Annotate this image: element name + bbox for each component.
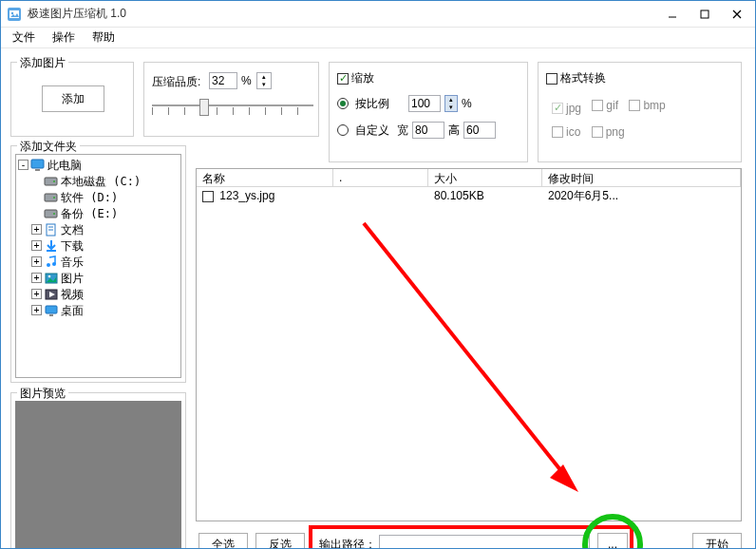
select-all-button[interactable]: 全选 (198, 533, 248, 549)
scale-group: 缩放 按比例 ▴▾ % 自定义 宽 高 (329, 62, 528, 162)
minimize-button[interactable] (656, 4, 689, 25)
output-path-input[interactable] (379, 535, 590, 549)
tree-root-label[interactable]: 此电脑 (47, 158, 82, 173)
file-list[interactable]: 名称 . 大小 修改时间 123_ys.jpg80.105KB2020年6月5.… (196, 168, 742, 521)
preview-group: 图片预览 (10, 392, 186, 549)
svg-rect-7 (31, 160, 44, 168)
scale-label: 缩放 (351, 70, 374, 86)
col-dot[interactable]: . (333, 169, 428, 186)
start-button[interactable]: 开始 (692, 533, 742, 549)
fmt-png-label: png (606, 125, 625, 139)
fmt-ico-label: ico (566, 125, 580, 139)
spin-down-icon[interactable]: ▾ (257, 81, 271, 88)
invert-selection-button[interactable]: 反选 (255, 533, 305, 549)
fmt-png-checkbox (592, 126, 603, 138)
scale-ratio-radio[interactable] (337, 98, 349, 109)
col-name[interactable]: 名称 (197, 169, 333, 186)
music-icon (44, 256, 59, 269)
scale-width-input[interactable] (412, 122, 444, 139)
svg-point-20 (52, 262, 56, 266)
tree-item-label: 视频 (61, 287, 84, 302)
tree-item[interactable]: 软件 (D:) (18, 189, 180, 205)
quality-slider-thumb[interactable] (199, 99, 209, 116)
quality-group: 压缩品质: % ▴▾ (143, 62, 319, 137)
scale-ratio-input[interactable] (408, 95, 441, 112)
fmt-ico-checkbox (552, 126, 563, 138)
scale-checkbox[interactable] (337, 73, 349, 85)
svg-rect-13 (45, 210, 57, 218)
window-title: 极速图片压缩机 1.0 (28, 6, 656, 22)
maximize-button[interactable] (689, 4, 721, 25)
folder-tree-group: 添加文件夹 - 此电脑 本地磁盘 (C:)软件 (D:)备份 (E:)+文档+下… (10, 145, 186, 383)
add-image-group: 添加图片 添加 (10, 62, 134, 137)
tree-item[interactable]: +桌面 (18, 302, 180, 318)
file-row[interactable]: 123_ys.jpg80.105KB2020年6月5... (197, 187, 741, 204)
quality-percent: % (241, 74, 252, 87)
svg-point-10 (53, 180, 55, 182)
file-row-checkbox[interactable] (202, 191, 214, 202)
menubar: 文件 操作 帮助 (1, 28, 755, 48)
tree-item[interactable]: +视频 (18, 286, 180, 302)
preview-legend: 图片预览 (17, 386, 68, 402)
tree-item[interactable]: +音乐 (18, 254, 180, 270)
tree-expander[interactable]: + (31, 224, 42, 235)
app-icon (7, 7, 22, 22)
format-label: 格式转换 (560, 70, 606, 86)
quality-spinner[interactable]: ▴▾ (256, 72, 272, 89)
svg-rect-4 (701, 10, 709, 18)
browse-button[interactable]: ... (597, 533, 628, 549)
tree-item[interactable]: 备份 (E:) (18, 205, 180, 221)
svg-rect-11 (45, 194, 57, 201)
tree-expander[interactable]: + (31, 289, 42, 299)
tree-expander[interactable]: + (31, 273, 42, 283)
tree-expander[interactable]: + (31, 256, 42, 267)
quality-label: 压缩品质: (152, 74, 200, 90)
tree-item[interactable]: 本地磁盘 (C:) (18, 173, 180, 189)
folder-tree[interactable]: - 此电脑 本地磁盘 (C:)软件 (D:)备份 (E:)+文档+下载+音乐+图… (15, 154, 181, 378)
tree-expander[interactable]: - (18, 160, 28, 170)
download-icon (44, 239, 59, 253)
tree-expander[interactable]: + (31, 305, 42, 315)
drive-icon (44, 175, 59, 188)
svg-point-14 (53, 213, 55, 215)
tree-expander (31, 192, 42, 202)
tree-item[interactable]: +下载 (18, 237, 180, 254)
tree-item-label: 本地磁盘 (C:) (61, 174, 141, 189)
spin-up-icon[interactable]: ▴ (257, 73, 271, 81)
format-group: 格式转换 jpg gif bmp ico png (538, 62, 742, 162)
tree-item[interactable]: +文档 (18, 221, 180, 237)
fmt-bmp-checkbox (629, 100, 640, 111)
add-button[interactable]: 添加 (42, 85, 104, 112)
file-mtime: 2020年6月5... (542, 188, 741, 204)
scale-custom-label: 自定义 (355, 123, 389, 139)
fmt-jpg-checkbox (552, 103, 563, 114)
menu-file[interactable]: 文件 (5, 28, 43, 47)
file-size: 80.105KB (428, 189, 542, 202)
quality-slider-ticks (152, 107, 313, 115)
tree-item[interactable]: +图片 (18, 270, 180, 286)
scale-ratio-label: 按比例 (355, 96, 389, 112)
format-checkbox[interactable] (546, 73, 558, 85)
drive-icon (44, 191, 59, 204)
scale-custom-radio[interactable] (337, 124, 349, 136)
file-list-header: 名称 . 大小 修改时间 (197, 169, 741, 187)
scale-height-input[interactable] (463, 122, 496, 139)
close-button[interactable] (721, 4, 753, 25)
tree-expander[interactable]: + (31, 240, 42, 251)
doc-icon (44, 223, 59, 237)
quality-input[interactable] (209, 72, 237, 89)
quality-slider-track[interactable] (152, 104, 313, 106)
file-name: 123_ys.jpg (217, 189, 274, 202)
menu-action[interactable]: 操作 (45, 28, 83, 47)
computer-icon (30, 159, 46, 172)
menu-help[interactable]: 帮助 (85, 28, 123, 47)
scale-ratio-spinner[interactable]: ▴▾ (444, 95, 458, 112)
tree-item-label: 下载 (61, 238, 84, 254)
col-mtime[interactable]: 修改时间 (542, 169, 741, 186)
output-path-label: 输出路径： (319, 537, 376, 549)
svg-point-19 (47, 263, 50, 267)
col-size[interactable]: 大小 (428, 169, 542, 186)
svg-point-22 (48, 274, 51, 277)
titlebar: 极速图片压缩机 1.0 (1, 1, 755, 28)
svg-line-5 (733, 10, 741, 18)
